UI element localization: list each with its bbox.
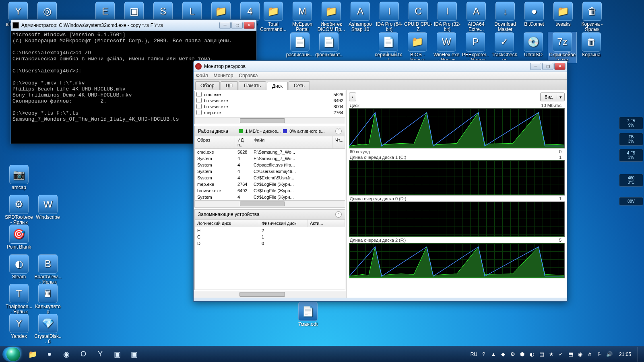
sidebar-gadget[interactable]: ТБ3% — [619, 133, 643, 146]
sidebar-gadget[interactable]: 7 ГБ9% — [619, 117, 643, 130]
desktop-icon[interactable]: BBoardView... - Ярлык — [34, 254, 62, 285]
desktop-icon[interactable]: WWinHex.exe - Ярлык — [432, 32, 460, 63]
menu-item[interactable]: Монитор — [214, 73, 233, 78]
desktop-icon[interactable]: IIDA Pro (32-bit) — [433, 2, 461, 32]
resmon-titlebar[interactable]: Монитор ресурсов ─ ▢ ✕ — [194, 61, 567, 72]
tray-icon[interactable]: ▲ — [490, 351, 497, 358]
tray-icon[interactable]: ⚙ — [510, 351, 516, 358]
sidebar-gadget[interactable]: 4 ГБ3% — [619, 149, 643, 162]
desktop-icon[interactable]: AAshampoo Snap 10 — [346, 2, 374, 32]
tray-icon[interactable]: ✓ — [558, 351, 564, 358]
process-row[interactable]: browser.exe8004 — [195, 103, 345, 109]
maximize-button[interactable]: ▢ — [231, 22, 243, 29]
desktop-icon[interactable]: ●BitComet — [520, 2, 548, 27]
resource-monitor-window[interactable]: Монитор ресурсов ─ ▢ ✕ ФайлМониторСправк… — [193, 60, 568, 302]
process-row[interactable]: mep.exe2764 — [195, 109, 345, 115]
desktop-icon[interactable]: 📷amcap — [5, 165, 33, 190]
show-desktop-button[interactable] — [638, 347, 642, 362]
process-checkbox[interactable] — [196, 104, 202, 109]
taskbar[interactable]: 📁●◉OY▣▣ RU ? ▲ ◆ ⚙ ⬢ ◐ ▤ ★ ✓ ⬒ ◉ ⋔ ⚐ 🔊 2… — [0, 346, 644, 362]
collapse-icon[interactable]: ˄ — [335, 211, 342, 218]
menubar[interactable]: ФайлМониторСправка — [194, 72, 567, 80]
language-indicator[interactable]: RU — [471, 352, 477, 357]
disk-activity-table[interactable]: cmd.exe5628F:\Samsung_7_Wo...System4F:\S… — [195, 149, 345, 200]
maximize-button[interactable]: ▢ — [542, 63, 553, 70]
table-row[interactable]: browser.exe6492C:\$LogFile (Журн... — [195, 187, 345, 194]
taskbar-button[interactable]: ◉ — [58, 348, 74, 361]
taskbar-button[interactable]: O — [75, 348, 91, 361]
scrollbar[interactable] — [194, 291, 346, 298]
desktop-icon[interactable]: PPEExplorer... - Ярлык — [461, 32, 489, 63]
process-row[interactable]: browser.exe6492 — [195, 97, 345, 103]
tray-icon[interactable]: ◉ — [577, 351, 584, 358]
desktop-icon[interactable]: 7zСкринсейвер.exe — [548, 32, 576, 63]
process-checkbox[interactable] — [196, 110, 202, 115]
sidebar-gadget[interactable]: 4600°C — [619, 174, 643, 187]
table-row[interactable]: C:1 — [195, 234, 345, 240]
tray-icon[interactable]: ⬒ — [568, 351, 574, 358]
help-icon[interactable]: ? — [481, 351, 487, 358]
desktop-icon[interactable]: 📁BIOS - Ярлык — [403, 32, 431, 63]
clock[interactable]: 21:05 — [616, 352, 634, 357]
taskbar-button[interactable]: ▣ — [109, 348, 125, 361]
table-row[interactable]: cmd.exe5628F:\Samsung_7_Wo... — [195, 149, 345, 155]
storage-header[interactable]: Запоминающие устройства ˄ — [195, 210, 345, 220]
collapse-icon[interactable]: ˄ — [335, 128, 342, 134]
desktop-icon[interactable]: IIDA Pro (64-bit) — [375, 2, 403, 32]
start-button[interactable] — [2, 347, 24, 362]
tray-icon[interactable]: ★ — [548, 351, 555, 358]
desktop-icon[interactable]: YYandex — [5, 314, 33, 339]
process-row[interactable]: cmd.exe5628 — [195, 91, 345, 97]
menu-item[interactable]: Справка — [239, 73, 258, 78]
table-header[interactable]: Образ ИД п... Файл Чт... — [195, 136, 345, 149]
desktop-icon[interactable]: 🗑Корзина - Ярлык — [578, 2, 606, 32]
storage-table[interactable]: F:2C:1D:0 — [195, 227, 345, 247]
desktop-icon[interactable]: 📄фоенкомат... — [315, 32, 343, 63]
tray-icon[interactable]: ◐ — [529, 351, 535, 358]
table-row[interactable]: mep.exe2764C:\$LogFile (Журн... — [195, 181, 345, 187]
expand-button[interactable]: ‹ — [349, 93, 356, 101]
view-button[interactable]: Вид▾ — [540, 93, 565, 101]
process-checkbox[interactable] — [196, 98, 202, 103]
volume-icon[interactable]: 🔊 — [606, 351, 613, 358]
menu-item[interactable]: Файл — [196, 73, 208, 78]
desktop-icon[interactable]: 📄расписани... — [286, 32, 314, 58]
desktop-icon[interactable]: WWindscribe — [34, 195, 62, 220]
desktop-icon[interactable]: 📄серийный.txt — [374, 32, 402, 63]
tab-Диск[interactable]: Диск — [267, 82, 288, 90]
tray-icon[interactable]: ⬢ — [519, 351, 526, 358]
close-button[interactable]: ✕ — [554, 63, 566, 70]
table-row[interactable]: System4C:\$LogFile (Журн... — [195, 194, 345, 200]
desktop-icon[interactable]: ↓Download Master — [491, 2, 519, 32]
system-tray[interactable]: RU ? ▲ ◆ ⚙ ⬢ ◐ ▤ ★ ✓ ⬒ ◉ ⋔ ⚐ 🔊 21:05 — [471, 347, 642, 362]
tray-icon[interactable]: ▤ — [539, 351, 545, 358]
desktop-icon[interactable]: 📁Инобитек DICOM Пр... — [317, 2, 345, 32]
desktop-icon[interactable]: 📁tweaks — [549, 2, 577, 27]
desktop-icon[interactable]: TThaiphoon... - Ярлык — [5, 284, 33, 315]
disk-activity-header[interactable]: Работа диска 1 МБ/с - дисков... 0% актив… — [195, 126, 345, 136]
scrollbar[interactable] — [195, 200, 345, 207]
tab-Обзор[interactable]: Обзор — [195, 81, 220, 90]
table-row[interactable]: System4C:\pagefile.sys (Фа... — [195, 162, 345, 168]
desktop-icon[interactable]: 🖩Калькулятор — [34, 284, 62, 315]
desktop-icon[interactable]: 🗑Корзина — [577, 32, 605, 58]
taskbar-button[interactable]: Y — [92, 348, 108, 361]
tabbar[interactable]: ОбзорЦППамятьДискСеть — [194, 80, 567, 90]
tray-icon[interactable]: ◆ — [500, 351, 506, 358]
table-row[interactable]: F:2 — [195, 227, 345, 234]
minimize-button[interactable]: ─ — [219, 22, 231, 29]
desktop-icon[interactable]: 📄7мая.odt — [294, 302, 322, 327]
table-row[interactable]: System4C:\$Extend\$UsnJr... — [195, 175, 345, 181]
tab-ЦП[interactable]: ЦП — [221, 81, 238, 90]
taskbar-button[interactable]: 📁 — [25, 348, 41, 361]
desktop-icon[interactable]: 💎CrystalDisk... 6 — [34, 314, 62, 344]
scrollbar[interactable] — [195, 117, 345, 124]
process-checkbox[interactable] — [196, 92, 202, 97]
taskbar-button[interactable]: ● — [41, 348, 58, 361]
network-icon[interactable]: ⋔ — [587, 351, 593, 358]
desktop-icon[interactable]: 🎯Point Blank — [5, 224, 33, 250]
desktop-icon[interactable]: 📁Total Command... — [259, 2, 287, 32]
table-row[interactable]: D:0 — [195, 240, 345, 247]
table-header[interactable]: Логический диск Физический диск Акти... — [195, 220, 345, 227]
process-list[interactable]: cmd.exe5628browser.exe6492browser.exe800… — [195, 91, 345, 117]
